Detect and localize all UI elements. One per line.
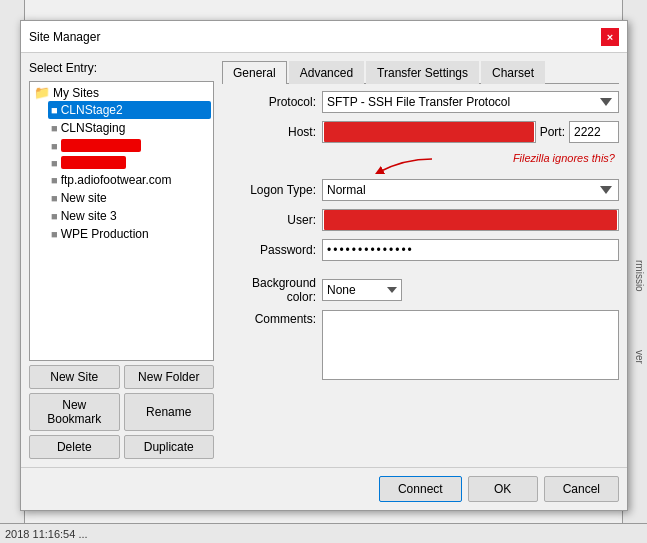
password-label: Password: [222,243,322,257]
comments-control [322,310,619,383]
tree-item-ftp[interactable]: ■ ftp.adiofootwear.com [48,171,211,189]
protocol-control: SFTP - SSH File Transfer Protocol [322,91,619,113]
right-panel: General Advanced Transfer Settings Chars… [222,61,619,459]
tree-children: ■ CLNStage2 ■ CLNStaging ■ ■ [32,101,211,243]
background-color-row: Background color: None [222,276,619,304]
tree-root-label: My Sites [53,86,99,100]
tree-buttons: New Site New Folder New Bookmark Rename … [29,365,214,459]
site-icon-3: ■ [51,140,58,152]
bg-right-text2: ver [634,350,645,364]
user-input-wrapper [322,209,619,231]
select-entry-label: Select Entry: [29,61,214,75]
tree-item-label-newsite: New site [61,191,107,205]
tree-item-clnstage2[interactable]: ■ CLNStage2 [48,101,211,119]
dialog-footer: Connect OK Cancel [21,467,627,510]
site-icon-4: ■ [51,157,58,169]
dialog-title: Site Manager [29,30,100,44]
logon-type-label: Logon Type: [222,183,322,197]
password-row: Password: [222,238,619,262]
tree-item-wpe[interactable]: ■ WPE Production [48,225,211,243]
connect-button[interactable]: Connect [379,476,462,502]
site-icon-7: ■ [51,210,58,222]
password-input[interactable] [322,239,619,261]
tab-advanced[interactable]: Advanced [289,61,364,84]
annotation-container: Filezilla ignores this? [222,150,619,178]
background-color-control: None [322,279,402,301]
logon-type-row: Logon Type: Normal [222,178,619,202]
user-input[interactable] [322,209,619,231]
site-icon: ■ [51,104,58,116]
background-color-select[interactable]: None [322,279,402,301]
host-input-wrapper [322,121,536,143]
dialog-titlebar: Site Manager × [21,21,627,53]
left-panel: Select Entry: 📁 My Sites ■ CLNStage2 ■ C… [29,61,214,459]
delete-button[interactable]: Delete [29,435,120,459]
dialog-body: Select Entry: 📁 My Sites ■ CLNStage2 ■ C… [21,53,627,467]
close-button[interactable]: × [601,28,619,46]
spacer [222,268,619,276]
new-bookmark-button[interactable]: New Bookmark [29,393,120,431]
site-manager-dialog: Site Manager × Select Entry: 📁 My Sites … [20,20,628,511]
comments-row: Comments: [222,310,619,383]
tree-item-label-2: CLNStaging [61,121,126,135]
tab-general[interactable]: General [222,61,287,84]
user-label: User: [222,213,322,227]
redacted-label-1 [61,139,141,152]
tree-item-label-ftp: ftp.adiofootwear.com [61,173,172,187]
tab-charset[interactable]: Charset [481,61,545,84]
site-icon-2: ■ [51,122,58,134]
port-input[interactable]: 2222 [569,121,619,143]
annotation-text: Filezilla ignores this? [513,152,615,164]
ok-button[interactable]: OK [468,476,538,502]
password-control [322,239,619,261]
tree-item-redacted1[interactable]: ■ [48,137,211,154]
tree-item-label-wpe: WPE Production [61,227,149,241]
rename-button[interactable]: Rename [124,393,215,431]
new-site-button[interactable]: New Site [29,365,120,389]
cancel-button[interactable]: Cancel [544,476,619,502]
site-tree[interactable]: 📁 My Sites ■ CLNStage2 ■ CLNStaging [29,81,214,361]
duplicate-button[interactable]: Duplicate [124,435,215,459]
statusbar-text: 2018 11:16:54 ... [5,528,88,540]
protocol-label: Protocol: [222,95,322,109]
folder-icon: 📁 [34,85,50,100]
logon-type-select[interactable]: Normal [322,179,619,201]
statusbar: 2018 11:16:54 ... [0,523,647,543]
site-icon-8: ■ [51,228,58,240]
tree-item-label: CLNStage2 [61,103,123,117]
tree-item-redacted2[interactable]: ■ [48,154,211,171]
tree-item-label-newsite3: New site 3 [61,209,117,223]
annotation-arrow [374,154,434,178]
tree-item-newsite3[interactable]: ■ New site 3 [48,207,211,225]
host-label: Host: [222,125,322,139]
tree-item-newsite[interactable]: ■ New site [48,189,211,207]
user-row: User: [222,208,619,232]
background-color-label: Background color: [222,276,322,304]
comments-label: Comments: [222,310,322,326]
host-fields: Port: 2222 [322,121,619,143]
protocol-row: Protocol: SFTP - SSH File Transfer Proto… [222,90,619,114]
redacted-label-2 [61,156,126,169]
site-icon-6: ■ [51,192,58,204]
logon-type-control: Normal [322,179,619,201]
host-row: Host: Port: 2222 [222,120,619,144]
host-input[interactable] [322,121,536,143]
tab-transfer-settings[interactable]: Transfer Settings [366,61,479,84]
comments-textarea[interactable] [322,310,619,380]
site-icon-5: ■ [51,174,58,186]
tab-bar: General Advanced Transfer Settings Chars… [222,61,619,84]
new-folder-button[interactable]: New Folder [124,365,215,389]
tree-item-clnstaging[interactable]: ■ CLNStaging [48,119,211,137]
bg-right-text1: rmissio [634,260,645,292]
port-label: Port: [540,125,565,139]
tree-root-folder[interactable]: 📁 My Sites [32,84,211,101]
protocol-select[interactable]: SFTP - SSH File Transfer Protocol [322,91,619,113]
